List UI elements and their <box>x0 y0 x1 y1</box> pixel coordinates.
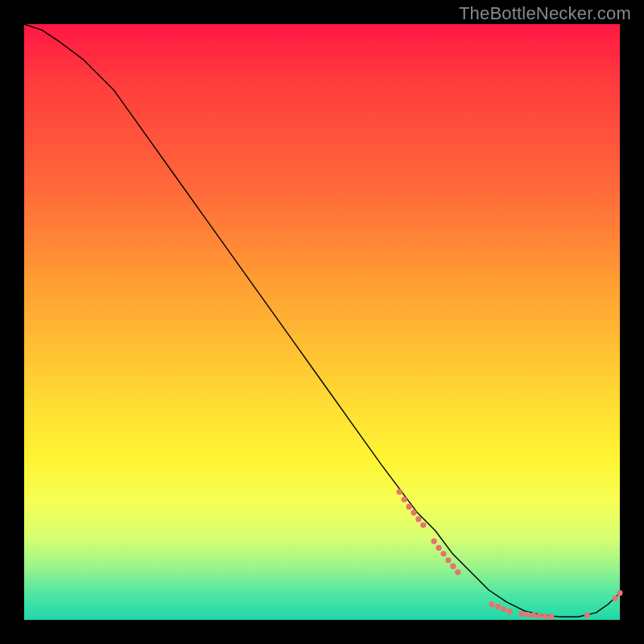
chart-markers <box>397 489 623 620</box>
chart-marker <box>507 609 513 614</box>
chart-marker <box>584 612 590 617</box>
chart-marker <box>450 564 456 569</box>
chart-plot-area <box>24 24 620 620</box>
chart-marker <box>543 613 548 619</box>
chart-marker <box>436 545 441 551</box>
attribution-label: TheBottleNecker.com <box>459 3 631 24</box>
chart-svg <box>24 24 620 620</box>
chart-marker <box>445 557 451 563</box>
chart-marker <box>440 551 446 556</box>
chart-marker <box>501 606 506 612</box>
chart-marker <box>612 596 617 601</box>
chart-marker <box>495 604 501 609</box>
chart-marker <box>402 497 407 502</box>
chart-marker <box>431 539 437 544</box>
chart-marker <box>548 614 554 620</box>
chart-line <box>24 24 620 617</box>
chart-marker <box>537 613 543 618</box>
chart-marker <box>415 516 421 522</box>
chart-marker <box>518 611 524 617</box>
chart-marker <box>397 489 402 494</box>
chart-marker <box>489 601 494 607</box>
chart-marker <box>455 569 460 575</box>
chart-marker <box>420 522 426 528</box>
chart-marker <box>406 504 411 510</box>
chart-marker <box>411 510 416 515</box>
chart-marker <box>525 612 530 617</box>
chart-marker <box>617 590 622 596</box>
chart-marker <box>530 612 536 617</box>
